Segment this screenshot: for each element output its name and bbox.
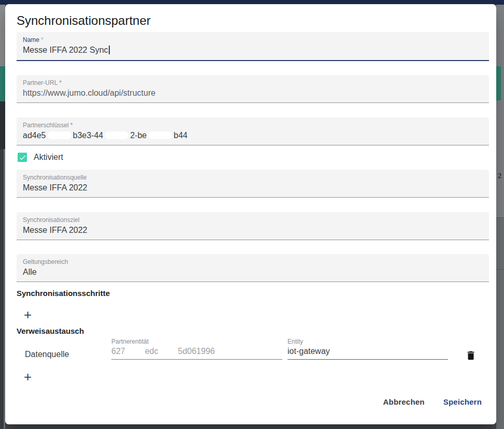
checkbox-checked-icon	[18, 153, 27, 162]
scope-label: Geltungsbereich	[23, 258, 483, 265]
required-marker: *	[41, 36, 44, 43]
backdrop-text-fragment: 2	[498, 172, 501, 180]
plus-icon: +	[24, 307, 32, 322]
sync-target-field[interactable]: Synchronisationsziel Messe IFFA 2022	[17, 212, 489, 240]
redaction-patch	[105, 131, 128, 139]
aktiviert-label: Aktiviert	[34, 153, 63, 162]
entity-field[interactable]: Entity iot-gateway	[287, 338, 448, 360]
delete-reference-button[interactable]	[465, 350, 477, 362]
reference-source-label: Datenquelle	[25, 350, 69, 359]
add-sync-step-button[interactable]: +	[24, 308, 32, 321]
sync-source-label: Synchronisationsquelle	[23, 174, 483, 181]
sync-source-select[interactable]: Synchronisationsquelle Messe IFFA 2022	[17, 170, 489, 198]
backdrop-left-teal-segment	[0, 66, 5, 101]
required-marker: *	[59, 79, 62, 86]
partner-key-field[interactable]: Partnerschlüssel* ad4e5b3e3-442-beb44	[17, 117, 489, 145]
aktiviert-checkbox[interactable]: Aktiviert	[18, 153, 63, 162]
partner-entity-label: Partnerentität	[111, 338, 282, 345]
name-value: Messe IFFA 2022 Sync	[23, 46, 483, 55]
text-cursor	[109, 46, 110, 54]
sync-source-value: Messe IFFA 2022	[23, 183, 483, 193]
trash-icon	[465, 350, 477, 361]
backdrop-right-teal-segment	[496, 66, 501, 100]
save-button[interactable]: Speichern	[443, 397, 482, 406]
backdrop-left-dark-segment	[0, 101, 5, 149]
sync-target-value: Messe IFFA 2022	[23, 226, 483, 235]
reference-exchange-heading: Verweisaustausch	[17, 327, 84, 335]
partner-url-label: Partner-URL*	[23, 79, 483, 86]
dialog-actions: Abbrechen Speichern	[383, 397, 482, 406]
sync-steps-heading: Synchronisationsschritte	[17, 289, 110, 298]
entity-value: iot-gateway	[287, 347, 448, 356]
redaction-patch	[48, 131, 71, 139]
backdrop-right-divider	[496, 217, 504, 218]
name-label: Name*	[23, 36, 483, 43]
cancel-button[interactable]: Abbrechen	[383, 397, 425, 406]
sync-target-label: Synchronisationsziel	[23, 216, 483, 224]
partner-entity-value: 627edc5d061996	[111, 347, 282, 356]
partner-key-label: Partnerschlüssel*	[23, 122, 483, 129]
sync-partner-dialog: Synchronisationspartner Name* Messe IFFA…	[5, 4, 496, 424]
redaction-patch	[160, 347, 177, 355]
partner-url-field[interactable]: Partner-URL* https://www.jumo.cloud/api/…	[17, 75, 489, 103]
scope-select[interactable]: Geltungsbereich Alle	[17, 254, 489, 282]
partner-entity-field[interactable]: Partnerentität 627edc5d061996	[111, 338, 282, 360]
backdrop-right-divider	[496, 269, 504, 270]
redaction-patch	[127, 347, 143, 355]
add-reference-button[interactable]: +	[24, 371, 32, 383]
backdrop-left-gray-segment	[0, 5, 5, 66]
partner-url-value: https://www.jumo.cloud/api/structure	[23, 88, 483, 98]
name-field[interactable]: Name* Messe IFFA 2022 Sync	[17, 32, 489, 61]
redaction-patch	[148, 131, 172, 139]
scope-value: Alle	[23, 268, 483, 277]
plus-icon: +	[24, 369, 32, 384]
entity-label: Entity	[287, 338, 448, 345]
required-marker: *	[70, 122, 73, 129]
backdrop-right-dark-segment	[496, 217, 504, 429]
dialog-title: Synchronisationspartner	[17, 13, 151, 28]
partner-key-value: ad4e5b3e3-442-beb44	[23, 131, 483, 140]
